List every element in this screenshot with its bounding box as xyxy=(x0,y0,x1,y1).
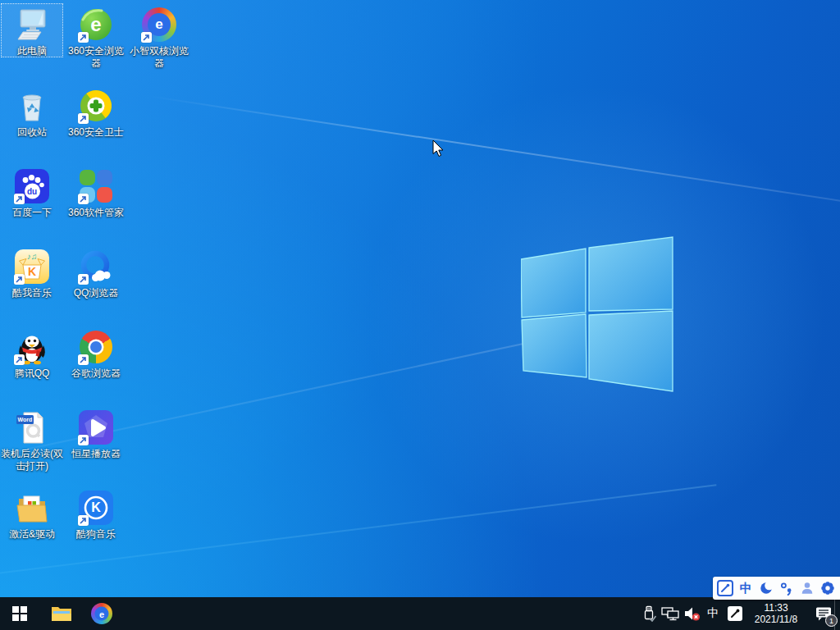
ime-logo-icon xyxy=(717,580,733,596)
kuwo-music-icon: K ♪♫ xyxy=(13,248,51,285)
desktop-icon-xiaozhi-browser[interactable]: e 小智双核浏览器 xyxy=(128,3,190,70)
shortcut-arrow-icon xyxy=(78,515,89,526)
shortcut-arrow-icon xyxy=(78,32,89,43)
file-explorer-button[interactable] xyxy=(42,597,81,630)
browser-taskbar-button[interactable]: e xyxy=(82,597,121,630)
desktop-icon-label: 百度一下 xyxy=(12,207,52,219)
desktop-icon-stellar-player[interactable]: 恒星播放器 xyxy=(65,406,127,460)
desktop-icon-label: 恒星播放器 xyxy=(71,448,121,460)
baidu-icon: du xyxy=(13,167,51,205)
shortcut-arrow-icon xyxy=(78,113,89,124)
language-indicator[interactable]: 中 xyxy=(703,597,723,630)
start-button[interactable] xyxy=(0,597,39,630)
desktop-icon-tencent-qq[interactable]: 腾讯QQ xyxy=(1,326,63,380)
shortcut-arrow-icon xyxy=(78,274,89,285)
ime-status-icon xyxy=(728,606,742,621)
360-secure-browser-icon: e xyxy=(77,6,115,43)
windows-logo xyxy=(521,236,673,392)
notification-count-badge: 1 xyxy=(825,614,838,627)
desktop-icon-label: 装机后必读(双击打开) xyxy=(1,448,63,472)
desktop-icon-label: 360安全卫士 xyxy=(68,126,124,139)
user-icon xyxy=(800,581,815,596)
shortcut-arrow-icon xyxy=(14,354,25,365)
shortcut-arrow-icon xyxy=(78,194,89,204)
shortcut-arrow-icon xyxy=(78,354,89,365)
usb-icon xyxy=(643,605,656,622)
stellar-player-icon xyxy=(77,409,115,446)
ime-toolbar: 中 xyxy=(713,577,840,600)
volume-muted-icon xyxy=(683,605,701,622)
desktop-icon-360-secure-browser[interactable]: e 360安全浏览器 xyxy=(65,3,127,70)
desktop-icon-recycle-bin[interactable]: 回收站 xyxy=(1,84,63,139)
shortcut-arrow-icon xyxy=(78,435,89,445)
desktop-icon-label: 小智双核浏览器 xyxy=(128,45,190,70)
folder-icon xyxy=(13,489,51,527)
word-document-icon: Word xyxy=(13,409,51,446)
desktop-icon-kuwo-music[interactable]: K ♪♫ 酷我音乐 xyxy=(1,245,63,299)
desktop-icon-label: 谷歌浏览器 xyxy=(71,368,121,380)
desktop-icon-label: 腾讯QQ xyxy=(15,368,50,380)
xiaozhi-browser-icon: e xyxy=(140,6,178,43)
tencent-qq-icon xyxy=(13,328,51,366)
desktop-icon-label: 360安全浏览器 xyxy=(65,45,127,70)
taskbar-clock[interactable]: 11:33 2021/11/8 xyxy=(747,602,805,625)
qq-browser-icon xyxy=(77,248,115,285)
ime-logo-button[interactable] xyxy=(716,578,734,598)
ime-status-tray-button[interactable] xyxy=(723,597,747,630)
shortcut-arrow-icon xyxy=(14,194,25,204)
desktop-icon-kugou-music[interactable]: K 酷狗音乐 xyxy=(65,486,127,541)
desktop-icon-label: 此电脑 xyxy=(17,45,47,57)
google-chrome-icon xyxy=(77,328,115,366)
desktop-icon-qq-browser[interactable]: QQ浏览器 xyxy=(65,245,127,299)
ime-user-button[interactable] xyxy=(798,578,816,598)
360-software-manager-icon xyxy=(77,167,115,205)
360-safety-guard-icon xyxy=(77,87,115,125)
ime-mode-button[interactable]: 中 xyxy=(737,578,755,598)
browser-icon: e xyxy=(91,603,112,624)
browser-e-glyph: e xyxy=(95,607,109,621)
word-tag: Word xyxy=(16,415,34,424)
desktop-icon-google-chrome[interactable]: 谷歌浏览器 xyxy=(65,326,127,380)
recycle-bin-icon xyxy=(13,87,51,125)
desktop-icon-label: 酷狗音乐 xyxy=(76,528,116,541)
mouse-cursor xyxy=(432,139,445,161)
network-tray-button[interactable] xyxy=(659,597,682,630)
desktop-icon-360-software-manager[interactable]: 360软件管家 xyxy=(65,165,127,219)
desktop-icon-label: 激活&驱动 xyxy=(9,528,55,541)
desktop-icon-activation-drivers[interactable]: 激活&驱动 xyxy=(1,486,63,541)
network-icon xyxy=(661,607,679,621)
desktop-icon-baidu[interactable]: du 百度一下 xyxy=(1,165,63,219)
usb-tray-button[interactable] xyxy=(641,597,659,630)
windows-start-icon xyxy=(12,606,27,621)
shortcut-arrow-icon xyxy=(141,32,152,43)
gear-icon xyxy=(820,581,835,596)
desktop-icon-readme-doc[interactable]: Word 装机后必读(双击打开) xyxy=(1,406,63,472)
action-center-button[interactable]: 1 xyxy=(813,597,834,630)
ime-punctuation-button[interactable] xyxy=(778,578,796,598)
desktop-icon-label: QQ浏览器 xyxy=(74,287,119,299)
desktop-icon-label: 酷我音乐 xyxy=(12,287,52,299)
desktop-icon-label: 360软件管家 xyxy=(68,207,124,219)
moon-icon xyxy=(759,581,774,596)
clock-date: 2021/11/8 xyxy=(747,614,805,625)
desktop-icon-360-safety-guard[interactable]: 360安全卫士 xyxy=(65,84,127,139)
file-explorer-icon xyxy=(51,605,72,623)
volume-tray-button[interactable] xyxy=(682,597,703,630)
ime-settings-button[interactable] xyxy=(819,578,837,598)
desktop-icon-label: 回收站 xyxy=(17,126,47,139)
kugou-music-icon: K xyxy=(77,489,115,527)
taskbar: e 中 xyxy=(0,597,840,630)
desktop-icon-this-pc[interactable]: 此电脑 xyxy=(1,3,63,57)
punctuation-icon xyxy=(779,581,794,596)
system-tray: 中 11:33 2021/11/8 1 xyxy=(641,597,840,630)
clock-time: 11:33 xyxy=(747,602,805,614)
this-pc-icon xyxy=(13,6,51,43)
shortcut-arrow-icon xyxy=(14,274,25,285)
ime-fullwidth-moon-button[interactable] xyxy=(757,578,775,598)
